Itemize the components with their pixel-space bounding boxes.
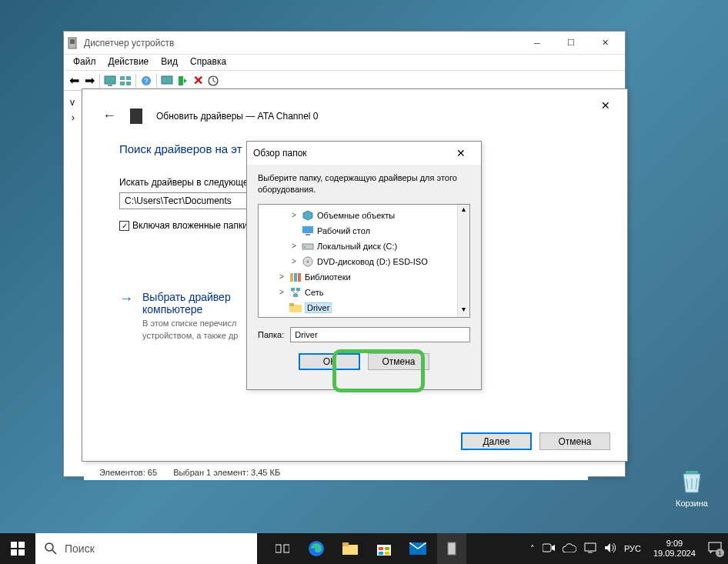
window-title: Диспетчер устройств — [84, 38, 520, 48]
network-icon[interactable] — [584, 542, 596, 555]
volume-icon[interactable] — [604, 542, 616, 555]
scan-icon[interactable] — [160, 74, 174, 88]
store-icon[interactable] — [369, 533, 399, 564]
language-indicator[interactable]: РУС — [624, 544, 641, 553]
menu-action[interactable]: Действие — [102, 55, 155, 70]
svg-rect-45 — [385, 552, 389, 555]
tree-item[interactable]: Рабочий стол — [259, 223, 469, 239]
tree-item[interactable]: Driver — [259, 300, 469, 315]
start-button[interactable] — [0, 533, 35, 564]
monitor-icon[interactable] — [103, 74, 117, 88]
device-manager-icon — [67, 37, 79, 49]
install-icon[interactable] — [175, 74, 189, 88]
svg-rect-4 — [120, 76, 125, 80]
device-manager-taskbar-icon[interactable] — [437, 533, 466, 564]
scroll-up-icon[interactable]: ▴ — [458, 205, 469, 217]
update-icon[interactable] — [206, 74, 220, 88]
tree-item[interactable]: >Объемные объекты — [259, 208, 469, 223]
svg-point-34 — [45, 543, 53, 551]
recycle-bin-icon — [676, 465, 708, 497]
wizard-next-button[interactable]: Далее — [461, 432, 532, 450]
search-placeholder: Поиск — [65, 542, 95, 555]
grid-icon[interactable] — [119, 74, 132, 88]
wizard-cancel-button[interactable]: Отмена — [539, 432, 610, 450]
tree-item-label: Рабочий стол — [317, 226, 370, 235]
svg-rect-30 — [11, 542, 17, 548]
svg-rect-11 — [179, 76, 183, 85]
close-button[interactable]: ✕ — [588, 33, 622, 53]
clock[interactable]: 9:09 19.09.2024 — [649, 539, 700, 559]
edge-icon[interactable] — [302, 533, 331, 564]
onedrive-icon[interactable] — [563, 543, 576, 554]
folder-icon — [289, 302, 302, 313]
tree-item[interactable]: >Сеть — [259, 285, 469, 300]
svg-point-16 — [304, 246, 306, 248]
svg-rect-24 — [293, 294, 298, 297]
scroll-down-icon[interactable]: ▾ — [458, 305, 469, 317]
menu-view[interactable]: Вид — [155, 55, 184, 70]
dialog-ok-button[interactable]: ОК — [299, 353, 360, 370]
task-view-button[interactable] — [268, 533, 297, 564]
taskbar-search[interactable]: Поиск — [35, 533, 257, 564]
svg-line-26 — [296, 291, 299, 294]
svg-rect-6 — [120, 82, 125, 85]
maximize-button[interactable]: ☐ — [554, 33, 588, 53]
clock-date: 19.09.2024 — [653, 549, 696, 559]
dialog-title: Обзор папок — [253, 148, 447, 159]
mail-icon[interactable] — [403, 533, 432, 564]
svg-rect-15 — [302, 244, 313, 249]
tree-toggle-icon[interactable]: > — [289, 257, 299, 265]
notifications-icon[interactable]: 1 — [708, 542, 722, 556]
folder-tree[interactable]: >Объемные объектыРабочий стол>Локальный … — [258, 204, 470, 318]
svg-rect-44 — [379, 552, 383, 555]
tree-toggle-icon[interactable]: > — [289, 242, 299, 250]
tree-item-label: DVD-дисковод (D:) ESD-ISO — [317, 257, 428, 266]
svg-rect-33 — [18, 549, 25, 556]
recycle-bin-desktop-icon[interactable]: Корзина — [676, 465, 708, 508]
tree-toggle-icon[interactable]: > — [277, 288, 286, 296]
svg-rect-40 — [342, 542, 349, 546]
meet-now-icon[interactable] — [543, 543, 555, 554]
svg-rect-10 — [162, 76, 172, 84]
forward-icon[interactable]: ➡ — [82, 74, 96, 88]
folder-field-label: Папка: — [258, 330, 284, 339]
wizard-back-button[interactable]: ← — [102, 108, 116, 124]
folder-name-input[interactable] — [290, 327, 470, 342]
titlebar[interactable]: Диспетчер устройств ─ ☐ ✕ — [64, 32, 625, 55]
checkbox-label: Включая вложенные папки — [132, 220, 248, 231]
svg-rect-13 — [302, 226, 313, 233]
tree-item[interactable]: >Локальный диск (C:) — [259, 239, 469, 254]
help-icon[interactable]: ? — [139, 74, 153, 88]
scrollbar[interactable]: ▴ ▾ — [457, 205, 469, 317]
tree-toggle-icon[interactable]: > — [289, 211, 299, 219]
back-icon[interactable]: ⬅ — [67, 74, 81, 88]
arrow-right-icon: → — [119, 291, 133, 340]
wizard-close-button[interactable]: ✕ — [590, 95, 621, 115]
desktop-icon — [302, 225, 314, 236]
svg-rect-23 — [296, 288, 300, 291]
tree-item[interactable]: >Библиотеки — [259, 269, 469, 285]
tray-chevron-icon[interactable]: ˄ — [530, 544, 535, 554]
svg-rect-21 — [298, 273, 301, 282]
uninstall-icon[interactable]: ✕ — [191, 74, 205, 88]
dialog-cancel-button[interactable]: Отмена — [368, 353, 429, 370]
svg-rect-47 — [448, 542, 456, 555]
svg-rect-28 — [289, 303, 294, 306]
svg-line-35 — [52, 550, 56, 554]
drive-icon — [302, 241, 314, 252]
tree-item[interactable]: >DVD-дисковод (D:) ESD-ISO — [259, 254, 469, 269]
dialog-message: Выберите папку, содержащую драйверы для … — [258, 172, 470, 196]
dialog-titlebar[interactable]: Обзор папок ✕ — [247, 142, 481, 165]
minimize-button[interactable]: ─ — [520, 33, 554, 53]
svg-rect-20 — [294, 273, 297, 282]
menu-file[interactable]: Файл — [67, 55, 102, 70]
explorer-icon[interactable] — [336, 533, 365, 564]
tree-item-label: Сеть — [305, 288, 323, 297]
dialog-close-button[interactable]: ✕ — [447, 145, 475, 161]
svg-line-25 — [292, 291, 296, 294]
dvd-icon — [302, 256, 314, 267]
notification-badge: 1 — [716, 549, 724, 557]
network-icon — [289, 287, 302, 298]
menu-help[interactable]: Справка — [184, 55, 232, 70]
tree-toggle-icon[interactable]: > — [277, 272, 286, 281]
